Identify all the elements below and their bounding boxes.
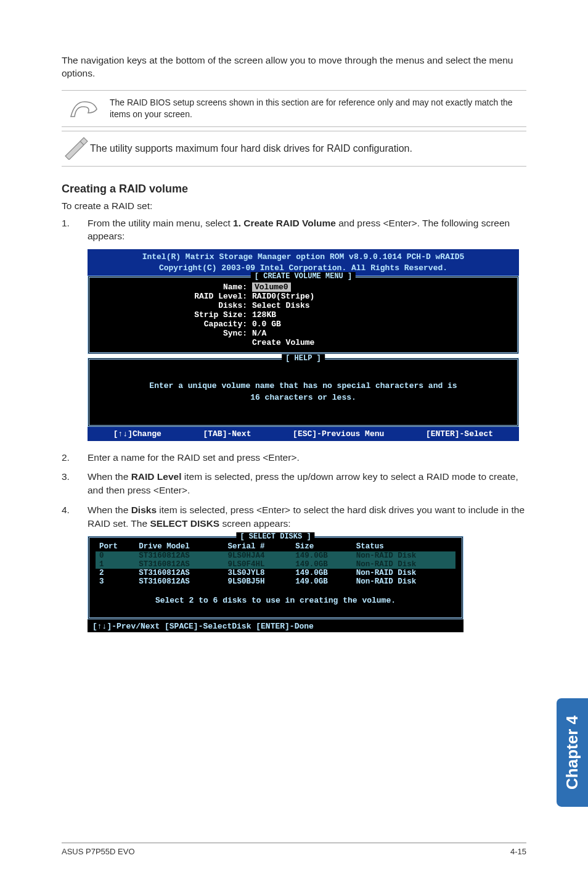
note-box-1: The RAID BIOS setup screens shown in thi… xyxy=(62,90,526,127)
bios-select-disks-panel: [ SELECT DISKS ] Port Drive Model Serial… xyxy=(88,536,463,619)
note-box-2: The utility supports maximum four hard d… xyxy=(62,131,526,167)
step-1-text-pre: From the utility main menu, select xyxy=(88,218,233,228)
create-volume-action[interactable]: Create Volume xyxy=(252,338,314,347)
table-row[interactable]: 3 ST3160812AS 9LS0BJ5H 149.0GB Non-RAID … xyxy=(96,577,455,586)
select-disks-table: Port Drive Model Serial # Size Status 0 … xyxy=(96,542,455,586)
table-row[interactable]: 0 ST3160812AS 9LS0HJA4 149.0GB Non-RAID … xyxy=(96,551,455,560)
col-serial: Serial # xyxy=(224,542,292,551)
field-sync-value: N/A xyxy=(252,329,266,338)
col-size: Size xyxy=(292,542,352,551)
bios-create-volume-panel: [ CREATE VOLUME MENU ] Name:Volume0 RAID… xyxy=(88,276,519,354)
bios-panel2-title: [ HELP ] xyxy=(282,354,325,363)
key-change: [↑↓]Change xyxy=(113,429,161,439)
bios2-panel-title: [ SELECT DISKS ] xyxy=(236,532,314,541)
cell-serial: 9LS0HJA4 xyxy=(224,551,292,560)
help-line-1: Enter a unique volume name that has no s… xyxy=(104,381,502,392)
step-4-bold2: SELECT DISKS xyxy=(150,518,219,529)
cell-port: 1 xyxy=(96,560,135,569)
col-status: Status xyxy=(353,542,455,551)
step-1: 1. From the utility main menu, select 1.… xyxy=(62,217,526,243)
step-4: 4. When the Disks item is selected, pres… xyxy=(62,503,526,530)
note-2-text: The utility supports maximum four hard d… xyxy=(90,143,412,154)
bios-header-line1: Intel(R) Matrix Storage Manager option R… xyxy=(92,252,514,263)
cell-port: 0 xyxy=(96,551,135,560)
cell-status: Non-RAID Disk xyxy=(353,577,455,586)
intro-paragraph: The navigation keys at the bottom of the… xyxy=(62,54,526,80)
col-port: Port xyxy=(96,542,135,551)
cell-serial: 3LS0JYL8 xyxy=(224,569,292,577)
table-row[interactable]: 2 ST3160812AS 3LS0JYL8 149.0GB Non-RAID … xyxy=(96,569,455,577)
step-4-num: 4. xyxy=(62,503,88,530)
cell-serial: 9LS0BJ5H xyxy=(224,577,292,586)
field-name-value[interactable]: Volume0 xyxy=(252,283,291,292)
step-3-bold: RAID Level xyxy=(131,471,182,482)
field-disks-label: Disks: xyxy=(98,301,252,310)
note-hand-icon xyxy=(62,98,106,119)
cell-serial: 9LS0F4HL xyxy=(224,560,292,569)
help-line-2: 16 characters or less. xyxy=(104,392,502,404)
cell-status: Non-RAID Disk xyxy=(353,551,455,560)
col-model: Drive Model xyxy=(135,542,224,551)
step-4-post: screen appears: xyxy=(219,518,290,529)
cell-size: 149.0GB xyxy=(292,560,352,569)
field-name-label: Name: xyxy=(98,283,252,292)
cell-size: 149.0GB xyxy=(292,551,352,560)
bios-help-panel: [ HELP ] Enter a unique volume name that… xyxy=(88,358,519,427)
field-sync-label: Sync: xyxy=(98,329,252,338)
bios-panel1-title: [ CREATE VOLUME MENU ] xyxy=(251,272,356,281)
key-select: [ENTER]-Select xyxy=(426,429,493,439)
cell-model: ST3160812AS xyxy=(135,577,224,586)
step-2-num: 2. xyxy=(62,451,88,464)
section-subline: To create a RAID set: xyxy=(62,200,526,212)
section-heading: Creating a RAID volume xyxy=(62,183,526,196)
note-pencil-icon xyxy=(62,135,90,162)
field-capacity-value[interactable]: 0.0 GB xyxy=(252,320,281,329)
step-3-num: 3. xyxy=(62,470,88,497)
step-4-pre: When the xyxy=(88,505,131,515)
bios-footer-keys: [↑↓]Change [TAB]-Next [ESC]-Previous Men… xyxy=(88,427,519,441)
cell-port: 2 xyxy=(96,569,135,577)
step-1-bold: 1. Create RAID Volume xyxy=(233,218,336,228)
cell-size: 149.0GB xyxy=(292,577,352,586)
step-1-num: 1. xyxy=(62,217,88,243)
cell-status: Non-RAID Disk xyxy=(353,560,455,569)
footer-right: 4-15 xyxy=(510,847,526,856)
page-footer: ASUS P7P55D EVO 4-15 xyxy=(62,843,526,856)
field-strip-value[interactable]: 128KB xyxy=(252,310,276,320)
table-row[interactable]: 1 ST3160812AS 9LS0F4HL 149.0GB Non-RAID … xyxy=(96,560,455,569)
key-prev: [ESC]-Previous Menu xyxy=(293,429,384,439)
bios-create-volume-screen: Intel(R) Matrix Storage Manager option R… xyxy=(88,249,519,441)
cell-size: 149.0GB xyxy=(292,569,352,577)
cell-model: ST3160812AS xyxy=(135,551,224,560)
step-2-text: Enter a name for the RAID set and press … xyxy=(88,451,526,464)
chapter-tab: Chapter 4 xyxy=(557,698,588,807)
note-1-text: The RAID BIOS setup screens shown in thi… xyxy=(106,94,526,123)
field-raid-label: RAID Level: xyxy=(98,292,252,301)
select-disks-footer-keys: [↑↓]-Prev/Next [SPACE]-SelectDisk [ENTER… xyxy=(88,619,463,632)
bios-select-disks-screen: [ SELECT DISKS ] Port Drive Model Serial… xyxy=(88,536,463,632)
table-header-row: Port Drive Model Serial # Size Status xyxy=(96,542,455,551)
field-disks-value[interactable]: Select Disks xyxy=(252,301,310,310)
field-strip-label: Strip Size: xyxy=(98,310,252,320)
step-2: 2. Enter a name for the RAID set and pre… xyxy=(62,451,526,464)
select-disks-msg: Select 2 to 6 disks to use in creating t… xyxy=(96,596,455,605)
step-3: 3. When the RAID Level item is selected,… xyxy=(62,470,526,497)
footer-left: ASUS P7P55D EVO xyxy=(62,847,135,856)
field-capacity-label: Capacity: xyxy=(98,320,252,329)
cell-status: Non-RAID Disk xyxy=(353,569,455,577)
key-next: [TAB]-Next xyxy=(203,429,251,439)
cell-model: ST3160812AS xyxy=(135,560,224,569)
step-4-bold1: Disks xyxy=(131,505,157,515)
field-raid-value[interactable]: RAID0(Stripe) xyxy=(252,292,314,301)
cell-model: ST3160812AS xyxy=(135,569,224,577)
cell-port: 3 xyxy=(96,577,135,586)
step-3-pre: When the xyxy=(88,471,131,482)
